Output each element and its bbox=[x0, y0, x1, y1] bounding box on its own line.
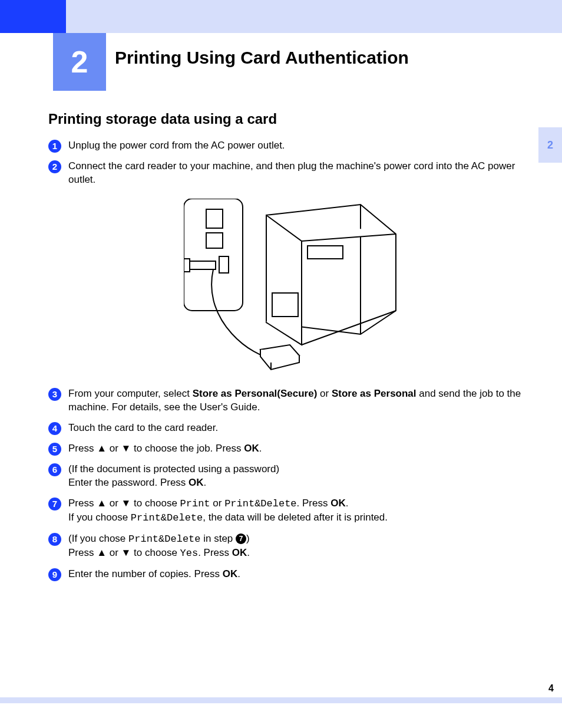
svg-rect-5 bbox=[184, 259, 190, 272]
step-7-m2: Print&Delete bbox=[224, 498, 296, 509]
step-bullet-9: 9 bbox=[48, 568, 61, 581]
step-9-text: Enter the number of copies. Press OK. bbox=[68, 568, 536, 581]
step-7: 7 Press ▲ or ▼ to choose Print or Print&… bbox=[48, 497, 536, 525]
step-bullet-4: 4 bbox=[48, 422, 61, 435]
step-9-a: Enter the number of copies. Press bbox=[68, 568, 223, 579]
step-5-text: Press ▲ or ▼ to choose the job. Press OK… bbox=[68, 442, 536, 456]
step-bullet-2: 2 bbox=[48, 160, 61, 173]
step-6: 6 (If the document is protected using a … bbox=[48, 463, 536, 490]
step-3-b1: Store as Personal(Secure) bbox=[193, 388, 318, 399]
step-7-d: . bbox=[346, 498, 349, 509]
step-5-a: Press ▲ or ▼ to choose the job. Press bbox=[68, 443, 244, 454]
step-2-text: Connect the card reader to your machine,… bbox=[68, 160, 536, 187]
step-5-ok: OK bbox=[244, 443, 259, 454]
step-1: 1 Unplug the power cord from the AC powe… bbox=[48, 139, 536, 153]
step-9-b: . bbox=[237, 568, 240, 579]
step-8-f: . bbox=[247, 547, 250, 558]
step-8-text: (If you chose Print&Delete in step 7) Pr… bbox=[68, 532, 536, 561]
step-bullet-5: 5 bbox=[48, 443, 61, 456]
step-8-b: in step bbox=[200, 533, 236, 544]
step-bullet-8: 8 bbox=[48, 533, 61, 546]
svg-rect-6 bbox=[308, 246, 343, 259]
step-bullet-1: 1 bbox=[48, 140, 61, 153]
step-7-a: Press ▲ or ▼ to choose bbox=[68, 498, 180, 509]
step-4-text: Touch the card to the card reader. bbox=[68, 421, 536, 435]
step-7-e: If you choose bbox=[68, 512, 131, 523]
step-1-text: Unplug the power cord from the AC power … bbox=[68, 139, 536, 153]
step-2: 2 Connect the card reader to your machin… bbox=[48, 160, 536, 187]
step-8-a: (If you chose bbox=[68, 533, 128, 544]
page-number: 4 bbox=[548, 682, 554, 695]
content-area: Printing storage data using a card 1 Unp… bbox=[48, 110, 536, 588]
step-3-text: From your computer, select Store as Pers… bbox=[68, 387, 536, 414]
step-6-c: . bbox=[204, 477, 207, 488]
step-7-b: or bbox=[210, 498, 225, 509]
chapter-title: Printing Using Card Authentication bbox=[115, 46, 409, 70]
step-6-ok: OK bbox=[189, 477, 204, 488]
step-8: 8 (If you chose Print&Delete in step 7) … bbox=[48, 532, 536, 561]
section-title: Printing storage data using a card bbox=[48, 110, 536, 129]
svg-rect-1 bbox=[206, 209, 223, 228]
step-6-text: (If the document is protected using a pa… bbox=[68, 463, 536, 490]
chapter-number-block: 2 bbox=[53, 33, 106, 91]
step-3-b2: Store as Personal bbox=[332, 388, 416, 399]
step-7-ok: OK bbox=[330, 498, 346, 509]
step-3-c: or bbox=[317, 388, 332, 399]
step-7-m1: Print bbox=[180, 498, 210, 509]
step-8-m2: Yes bbox=[180, 548, 199, 559]
side-tab-label: 2 bbox=[547, 138, 553, 152]
step-bullet-7: 7 bbox=[48, 498, 61, 510]
step-8-c: ) bbox=[246, 533, 250, 544]
step-3-a: From your computer, select bbox=[68, 388, 193, 399]
step-bullet-6: 6 bbox=[48, 463, 61, 476]
top-light-strip bbox=[66, 0, 562, 33]
top-blue-strip bbox=[0, 0, 66, 33]
step-8-d: Press ▲ or ▼ to choose bbox=[68, 547, 180, 558]
svg-rect-4 bbox=[187, 261, 216, 269]
step-8-ref-bullet: 7 bbox=[236, 533, 246, 544]
step-6-a: (If the document is protected using a pa… bbox=[68, 463, 279, 475]
side-tab: 2 bbox=[538, 127, 562, 163]
step-9-ok: OK bbox=[223, 568, 238, 579]
printer-card-reader-illustration bbox=[184, 199, 408, 375]
step-5: 5 Press ▲ or ▼ to choose the job. Press … bbox=[48, 442, 536, 456]
step-7-text: Press ▲ or ▼ to choose Print or Print&De… bbox=[68, 497, 536, 525]
step-9: 9 Enter the number of copies. Press OK. bbox=[48, 568, 536, 581]
chapter-number: 2 bbox=[71, 41, 88, 83]
step-8-e: . Press bbox=[198, 547, 232, 558]
step-6-b: Enter the password. Press bbox=[68, 477, 189, 488]
bottom-strip bbox=[0, 697, 562, 703]
step-3: 3 From your computer, select Store as Pe… bbox=[48, 387, 536, 414]
svg-rect-7 bbox=[272, 293, 298, 317]
step-4: 4 Touch the card to the card reader. bbox=[48, 421, 536, 435]
step-7-f: , the data will be deleted after it is p… bbox=[203, 512, 388, 523]
step-7-m3: Print&Delete bbox=[131, 512, 203, 523]
step-7-c: . Press bbox=[297, 498, 331, 509]
step-8-m1: Print&Delete bbox=[128, 533, 200, 545]
svg-rect-3 bbox=[219, 256, 229, 273]
step-bullet-3: 3 bbox=[48, 388, 61, 401]
step-5-b: . bbox=[259, 443, 262, 454]
step-8-ok: OK bbox=[232, 547, 247, 558]
svg-rect-2 bbox=[206, 233, 223, 248]
